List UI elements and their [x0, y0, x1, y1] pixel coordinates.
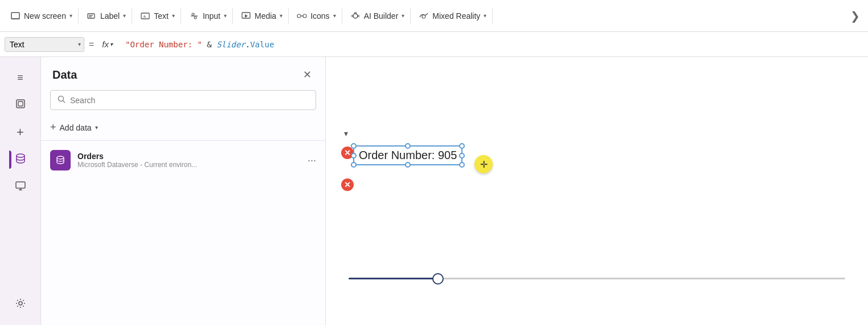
new-screen-icon — [10, 11, 21, 21]
svg-rect-21 — [18, 101, 23, 106]
data-item-icon-orders — [50, 150, 71, 170]
monitor-icon — [15, 180, 26, 194]
sidebar-item-data[interactable] — [9, 148, 32, 171]
new-screen-label: New screen — [24, 11, 66, 21]
sidebar-item-monitor[interactable] — [9, 176, 32, 198]
property-dropdown[interactable]: Text — [5, 37, 84, 52]
data-divider — [41, 140, 325, 141]
mixed-reality-button[interactable]: Mixed Reality ▾ — [413, 7, 493, 25]
data-panel-close-button[interactable]: ✕ — [301, 66, 314, 83]
icons-button[interactable]: Icons ▾ — [291, 7, 342, 25]
data-item-subtitle-orders: Microsoft Dataverse - Current environ... — [77, 161, 301, 169]
sidebar-item-menu[interactable]: ≡ — [9, 66, 32, 89]
canvas-area[interactable]: ✕ Order Number: 905 ✛ — [326, 57, 868, 325]
label-icon — [87, 11, 97, 21]
move-cursor-icon: ✛ — [474, 155, 493, 173]
property-selector[interactable]: Text ▾ — [5, 37, 84, 52]
fx-chevron: ▾ — [110, 41, 113, 47]
database-icon — [15, 153, 26, 167]
sidebar-icons: ≡ + — [0, 57, 41, 325]
text-label: Text — [154, 11, 169, 21]
data-item-more-orders[interactable]: ··· — [308, 155, 316, 166]
input-label: Input — [203, 11, 220, 21]
dropdown-chevron-badge[interactable]: ▾ — [344, 129, 348, 138]
svg-marker-11 — [245, 14, 248, 18]
svg-point-16 — [351, 15, 353, 17]
canvas-surface[interactable]: ✕ Order Number: 905 ✛ — [326, 57, 868, 325]
data-panel-title: Data — [52, 68, 77, 82]
svg-rect-20 — [17, 100, 24, 108]
add-icon: + — [17, 125, 24, 140]
sidebar-item-add[interactable]: + — [9, 121, 32, 144]
formula-amp: & — [207, 40, 216, 49]
main-toolbar: New screen ▾ Label ▾ A Text ▾ — [0, 0, 868, 32]
text-chevron: ▾ — [172, 13, 175, 19]
formula-value-part: Value — [250, 40, 274, 49]
new-screen-chevron: ▾ — [69, 13, 72, 19]
svg-point-29 — [57, 156, 64, 159]
search-wrapper — [50, 90, 316, 110]
icons-icon — [297, 11, 307, 21]
handle-bm[interactable] — [405, 162, 411, 168]
add-data-label: Add data — [60, 123, 92, 132]
svg-rect-0 — [11, 13, 19, 19]
fx-label: fx — [102, 39, 109, 49]
svg-point-17 — [357, 15, 359, 17]
svg-point-19 — [422, 15, 425, 18]
delete-badge-2[interactable]: ✕ — [341, 178, 354, 191]
handle-tm[interactable] — [405, 143, 411, 149]
media-label: Media — [255, 11, 276, 21]
ai-builder-chevron: ▾ — [402, 13, 404, 19]
handle-tl[interactable] — [351, 143, 357, 149]
svg-point-7 — [192, 13, 194, 15]
data-panel-search — [41, 90, 325, 117]
handle-ml[interactable] — [351, 153, 357, 159]
menu-icon: ≡ — [17, 72, 23, 84]
handle-bl[interactable] — [351, 162, 357, 168]
input-button[interactable]: Input ▾ — [183, 7, 233, 25]
media-button[interactable]: Media ▾ — [235, 7, 289, 25]
search-input[interactable] — [70, 96, 309, 105]
ai-builder-button[interactable]: AI Builder ▾ — [345, 7, 411, 25]
data-item-name-orders: Orders — [77, 152, 301, 161]
new-screen-button[interactable]: New screen ▾ — [5, 7, 79, 25]
slider-track[interactable] — [349, 278, 845, 279]
media-chevron: ▾ — [280, 13, 282, 19]
text-button[interactable]: A Text ▾ — [134, 7, 181, 25]
svg-rect-2 — [88, 14, 95, 18]
settings-icon — [15, 298, 26, 312]
canvas-slider[interactable] — [349, 278, 845, 279]
svg-point-26 — [19, 302, 22, 305]
svg-line-28 — [63, 101, 65, 103]
layers-icon — [15, 98, 26, 112]
svg-point-27 — [59, 96, 64, 101]
icons-label: Icons — [310, 11, 329, 21]
svg-point-18 — [354, 12, 356, 14]
text-icon: A — [140, 11, 150, 21]
handle-mr[interactable] — [459, 153, 465, 159]
svg-text:A: A — [143, 14, 146, 19]
mixed-reality-chevron: ▾ — [484, 13, 486, 19]
sidebar-item-settings[interactable] — [9, 293, 32, 316]
slider-thumb[interactable] — [432, 273, 444, 285]
ai-builder-label: AI Builder — [364, 11, 399, 21]
handle-tr[interactable] — [459, 143, 465, 149]
formula-string-part: "Order Number: " — [125, 40, 202, 49]
data-panel-header: Data ✕ — [41, 57, 325, 90]
formula-expression[interactable]: "Order Number: " & Slider.Value — [121, 38, 863, 51]
sidebar-item-layers[interactable] — [9, 94, 32, 116]
fx-button[interactable]: fx ▾ — [99, 38, 116, 50]
svg-point-22 — [17, 154, 24, 157]
toolbar-more-button[interactable]: ❯ — [847, 6, 863, 26]
main-content: ≡ + — [0, 57, 868, 325]
input-chevron: ▾ — [224, 13, 227, 19]
add-data-chevron: ▾ — [95, 124, 98, 131]
equals-sign: = — [89, 39, 94, 50]
data-item-info-orders: Orders Microsoft Dataverse - Current env… — [77, 152, 301, 169]
add-data-button[interactable]: + Add data ▾ — [41, 117, 325, 138]
svg-point-13 — [303, 14, 306, 18]
input-icon — [189, 11, 199, 21]
label-button[interactable]: Label ▾ — [81, 7, 132, 25]
canvas-text-element[interactable]: Order Number: 905 ✛ — [353, 145, 462, 165]
handle-br[interactable] — [459, 162, 465, 168]
